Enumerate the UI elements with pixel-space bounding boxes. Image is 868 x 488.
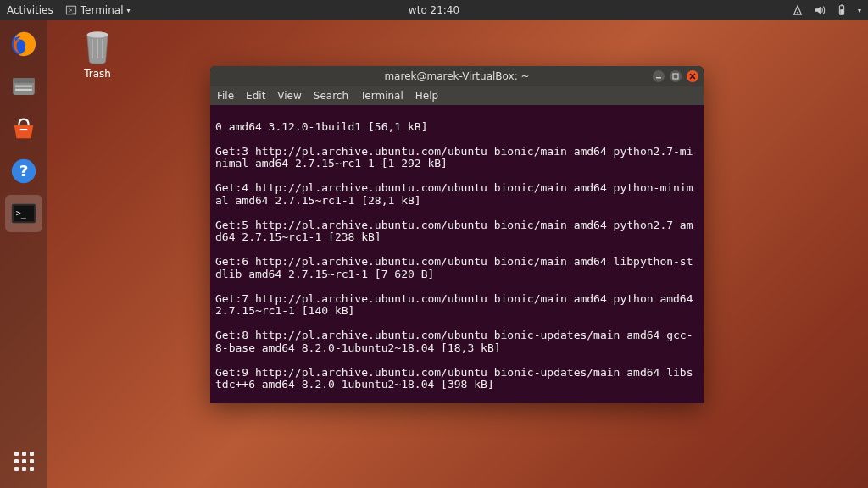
terminal-window: marek@marek-VirtualBox: ~ File Edit View… bbox=[210, 66, 704, 403]
terminal-icon: >_ bbox=[9, 199, 38, 228]
minimize-button[interactable] bbox=[653, 70, 665, 82]
term-line: Get:5 http://pl.archive.ubuntu.com/ubunt… bbox=[215, 219, 698, 244]
svg-rect-6 bbox=[841, 4, 843, 5]
show-apps-button[interactable] bbox=[5, 442, 42, 480]
files-icon bbox=[9, 72, 38, 101]
svg-text:>_: >_ bbox=[68, 7, 75, 14]
menu-search[interactable]: Search bbox=[314, 90, 348, 102]
svg-rect-20 bbox=[656, 77, 661, 79]
help-icon: ? bbox=[9, 157, 38, 186]
svg-rect-9 bbox=[13, 78, 35, 83]
menu-view[interactable]: View bbox=[277, 90, 301, 102]
term-line: Get:3 http://pl.archive.ubuntu.com/ubunt… bbox=[215, 146, 698, 170]
dock-firefox[interactable] bbox=[5, 25, 42, 63]
app-menu[interactable]: >_ Terminal ▾ bbox=[65, 4, 131, 16]
apps-grid-icon bbox=[14, 452, 34, 471]
activities-button[interactable]: Activities bbox=[7, 4, 53, 16]
terminal-small-icon: >_ bbox=[65, 4, 77, 16]
window-titlebar[interactable]: marek@marek-VirtualBox: ~ bbox=[210, 66, 704, 86]
menu-file[interactable]: File bbox=[217, 90, 234, 102]
svg-rect-12 bbox=[20, 129, 28, 130]
svg-text:>_: >_ bbox=[16, 208, 26, 219]
trash-icon bbox=[82, 29, 113, 64]
battery-icon[interactable] bbox=[836, 4, 848, 16]
system-menu-chevron-icon[interactable]: ▾ bbox=[858, 7, 861, 14]
svg-point-19 bbox=[87, 32, 108, 38]
term-line: 0 amd64 3.12.0-1build1 [56,1 kB] bbox=[215, 121, 698, 134]
svg-text:?: ? bbox=[19, 162, 29, 180]
svg-point-3 bbox=[797, 12, 798, 14]
software-icon bbox=[9, 114, 38, 143]
clock[interactable]: wto 21:40 bbox=[409, 4, 459, 16]
maximize-button[interactable] bbox=[670, 70, 682, 82]
term-line: Get:9 http://pl.archive.ubuntu.com/ubunt… bbox=[215, 367, 698, 391]
menu-help[interactable]: Help bbox=[415, 90, 438, 102]
maximize-icon bbox=[672, 73, 679, 80]
svg-rect-10 bbox=[15, 86, 32, 87]
dock-software[interactable] bbox=[5, 110, 42, 147]
window-title: marek@marek-VirtualBox: ~ bbox=[384, 70, 529, 82]
minimize-icon bbox=[655, 73, 662, 80]
dock-files[interactable] bbox=[5, 68, 42, 105]
menu-edit[interactable]: Edit bbox=[246, 90, 265, 102]
close-icon bbox=[689, 73, 696, 80]
terminal-output[interactable]: 0 amd64 3.12.0-1build1 [56,1 kB] Get:3 h… bbox=[210, 105, 704, 403]
dock-help[interactable]: ? bbox=[5, 152, 42, 190]
network-icon[interactable] bbox=[792, 4, 804, 16]
dock-terminal[interactable]: >_ bbox=[5, 195, 42, 232]
term-line: Get:8 http://pl.archive.ubuntu.com/ubunt… bbox=[215, 330, 698, 354]
svg-rect-21 bbox=[673, 74, 678, 79]
svg-rect-5 bbox=[840, 9, 843, 14]
term-line: Get:4 http://pl.archive.ubuntu.com/ubunt… bbox=[215, 182, 698, 207]
menu-terminal[interactable]: Terminal bbox=[360, 90, 403, 102]
close-button[interactable] bbox=[687, 70, 698, 82]
chevron-down-icon: ▾ bbox=[126, 7, 130, 14]
volume-icon[interactable] bbox=[814, 4, 826, 16]
dock: ? >_ bbox=[0, 20, 47, 488]
term-line: Get:7 http://pl.archive.ubuntu.com/ubunt… bbox=[215, 293, 698, 318]
svg-rect-11 bbox=[15, 89, 32, 91]
top-bar: Activities >_ Terminal ▾ wto 21:40 ▾ bbox=[0, 0, 868, 20]
firefox-icon bbox=[9, 30, 38, 58]
term-line: Get:6 http://pl.archive.ubuntu.com/ubunt… bbox=[215, 256, 698, 280]
app-menu-label: Terminal bbox=[81, 4, 124, 16]
trash-desktop-icon[interactable]: Trash bbox=[68, 29, 127, 80]
trash-label: Trash bbox=[68, 68, 127, 80]
window-menubar: File Edit View Search Terminal Help bbox=[210, 86, 704, 105]
